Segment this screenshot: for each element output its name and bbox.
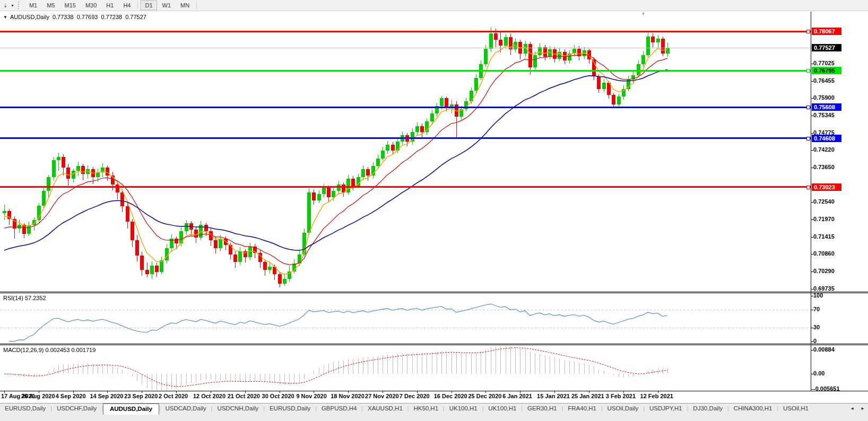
- close-value: 0.77527: [125, 14, 146, 20]
- macd-axis-tick-label: 0.00: [813, 370, 824, 376]
- tabs-scroll-left-icon[interactable]: ◄: [847, 406, 857, 411]
- support-line-73023-anchor[interactable]: [806, 186, 810, 189]
- timeframe-toolbar: ⇣ ▼ M1M5M15M30H1H4D1W1MN: [0, 0, 868, 11]
- chart-tab-usoil-17[interactable]: USOil,H1: [778, 404, 813, 415]
- tabs-scroll-right-icon[interactable]: ►: [857, 406, 868, 411]
- chart-tab-ger30-11[interactable]: GER30,H1: [523, 404, 562, 415]
- date-axis-label: 21 Oct 2020: [228, 393, 260, 399]
- price-axis-tick-label: 0.76455: [813, 77, 835, 84]
- date-axis-label: 16 Dec 2020: [434, 393, 467, 399]
- date-axis-label: 12 Oct 2020: [193, 393, 225, 399]
- timeframe-button-m30[interactable]: M30: [81, 1, 101, 10]
- price-axis-tick-label: 0.73650: [813, 164, 835, 170]
- price-axis-tick-label: 0.75900: [813, 94, 835, 101]
- price-axis-tick-label: 0.70290: [813, 268, 835, 274]
- chart-tab-usoil-13[interactable]: USOil,Daily: [603, 404, 644, 415]
- date-axis-label: 12 Feb 2021: [640, 393, 673, 399]
- chart-tab-usdchf-1[interactable]: USDCHF,Daily: [52, 404, 101, 415]
- support-line-74608-anchor[interactable]: [806, 137, 810, 141]
- support-line-73023-price-badge: 0.73023: [812, 183, 841, 191]
- chart-type-icon[interactable]: ⇣: [1, 2, 10, 9]
- support-line-75608[interactable]: [0, 107, 811, 108]
- toolbar-drag-handle[interactable]: [18, 2, 22, 9]
- timeframe-button-h1[interactable]: H1: [102, 1, 118, 10]
- date-axis-label: 6 Jan 2021: [502, 393, 532, 399]
- symbol-name: AUDUSD,Daily: [10, 14, 49, 20]
- price-axis-tick-label: 0.71970: [813, 216, 835, 222]
- chart-tab-usdcnh-4[interactable]: USDCNH,Daily: [212, 404, 263, 415]
- toolbar-separator: [196, 1, 197, 10]
- support-line-74608-price-badge: 0.74608: [812, 135, 841, 142]
- chart-tab-gbpusd-6[interactable]: GBPUSD,H4: [317, 404, 361, 415]
- timeframe-button-m5[interactable]: M5: [42, 1, 59, 10]
- price-axis-tick-label: 0.69735: [813, 285, 835, 292]
- support-line-74608[interactable]: [0, 137, 811, 139]
- price-axis-tick-label: 0.77025: [813, 60, 835, 66]
- price-chart-canvas[interactable]: [0, 0, 868, 403]
- current-price-line: [0, 48, 811, 48]
- timeframe-button-m15[interactable]: M15: [60, 1, 80, 10]
- chart-tab-hk50-8[interactable]: HK50,H1: [409, 404, 443, 415]
- low-value: 0.77238: [101, 14, 122, 20]
- mt4-window: { "toolbar": { "timeframes": ["M1","M5",…: [0, 0, 868, 421]
- date-axis-label: 26 Aug 2020: [21, 393, 55, 399]
- timeframe-button-mn[interactable]: MN: [176, 1, 194, 10]
- macd-axis-tick-label: -0.005651: [813, 385, 840, 392]
- date-axis-label: 4 Sep 2020: [56, 393, 86, 399]
- timeframe-button-w1[interactable]: W1: [158, 1, 176, 10]
- date-axis-label: 9 Nov 2020: [296, 393, 326, 399]
- support-line-73023[interactable]: [0, 186, 811, 188]
- symbol-dropdown-icon[interactable]: ▼: [3, 15, 7, 20]
- rsi-axis-tick-label: 100: [813, 292, 823, 299]
- timeframe-button-h4[interactable]: H4: [119, 1, 135, 10]
- chart-tab-xauusd-7[interactable]: XAUUSD,H1: [363, 404, 407, 415]
- support-line-75608-anchor[interactable]: [806, 106, 810, 109]
- toolbar-separator: [137, 1, 138, 9]
- date-axis-label: 3 Feb 2021: [606, 393, 636, 399]
- support-line-75608-price-badge: 0.75608: [812, 103, 841, 111]
- chart-title: ▼AUDUSD,Daily0.773380.776930.772380.7752…: [3, 14, 150, 20]
- price-axis-tick-label: 0.72540: [813, 198, 835, 205]
- support-line-76795-anchor[interactable]: [806, 69, 810, 73]
- resistance-line-78067[interactable]: [0, 31, 811, 32]
- rsi-axis-tick-label: 0: [813, 338, 817, 344]
- price-axis-tick-label: 0.75345: [813, 112, 835, 118]
- chart-tab-usdjpy-14[interactable]: USDJPY,H1: [645, 404, 687, 415]
- chart-tab-uk100-9[interactable]: UK100,H1: [445, 404, 482, 415]
- chart-tab-audusd-2[interactable]: AUDUSD,Daily: [103, 404, 159, 415]
- date-axis-label: 15 Jan 2021: [537, 393, 570, 399]
- macd-indicator-label: MACD(12,26,9) 0.002453 0.001719: [3, 347, 96, 353]
- date-axis-label: 7 Dec 2020: [400, 393, 430, 399]
- date-axis-label: 25 Dec 2020: [468, 393, 501, 399]
- chart-tab-dj30-15[interactable]: DJ30,Daily: [688, 404, 727, 415]
- rsi-indicator-label: RSI(14) 57.2352: [3, 295, 46, 301]
- macd-axis-tick-label: 0.00884: [813, 346, 835, 353]
- high-value: 0.77693: [77, 14, 98, 20]
- date-axis-label: 25 Jan 2021: [571, 393, 604, 399]
- timeframe-button-m1[interactable]: M1: [25, 1, 41, 10]
- chart-tab-eurusd-0[interactable]: EURUSD,Daily: [0, 404, 50, 415]
- date-axis-label: 18 Nov 2020: [331, 393, 364, 399]
- price-axis-tick-label: 0.70860: [813, 250, 835, 257]
- timeframe-button-d1[interactable]: D1: [141, 1, 157, 10]
- support-line-76795[interactable]: [0, 70, 811, 72]
- chart-tab-usdcad-3[interactable]: USDCAD,Daily: [160, 404, 211, 415]
- chart-tab-eurusd-5[interactable]: EURUSD,Daily: [265, 404, 315, 415]
- chart-tab-china300-16[interactable]: CHINA300,H1: [729, 404, 777, 415]
- rsi-axis-tick-label: 70: [813, 306, 820, 312]
- current-price-badge: 0.77527: [812, 44, 841, 51]
- dropdown-caret-icon[interactable]: ▼: [11, 4, 14, 7]
- resistance-line-78067-anchor[interactable]: [806, 30, 810, 33]
- date-axis-label: 30 Oct 2020: [262, 393, 294, 399]
- date-axis-label: 2 Oct 2020: [159, 393, 188, 399]
- symbol-tab-bar: EURUSD,Daily|USDCHF,Daily|AUDUSD,Daily|U…: [0, 403, 868, 421]
- chart-tab-uk100-10[interactable]: UK100,H1: [483, 404, 521, 415]
- resistance-line-78067-price-badge: 0.78067: [812, 28, 841, 35]
- date-axis-label: 14 Sep 2020: [90, 393, 123, 399]
- price-axis-tick-label: 0.71415: [813, 233, 835, 240]
- chart-tab-fra40-12[interactable]: FRA40,H1: [563, 404, 601, 415]
- open-value: 0.77338: [53, 14, 74, 20]
- chart-shift-marker[interactable]: ▼: [641, 11, 646, 16]
- date-axis-label: 27 Nov 2020: [365, 393, 399, 399]
- support-line-76795-price-badge: 0.76795: [812, 67, 841, 74]
